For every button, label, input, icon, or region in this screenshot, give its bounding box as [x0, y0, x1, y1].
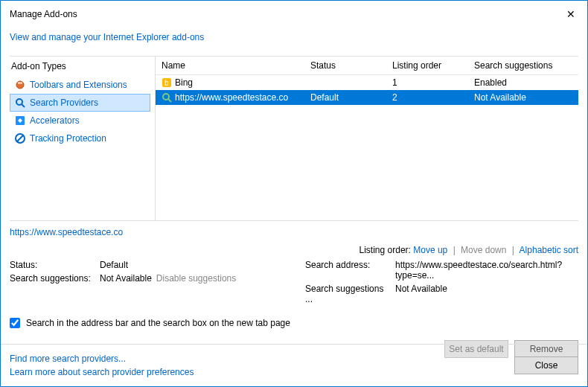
details-title: https://www.speedtestace.co: [10, 227, 578, 237]
cell-name: https://www.speedtestace.co: [175, 92, 288, 103]
suggestions-label: Search suggestions:: [10, 273, 95, 284]
search-in-address-bar-checkbox[interactable]: [10, 318, 20, 328]
sidebar-heading: Add-on Types: [10, 61, 150, 71]
move-down-link: Move down: [461, 245, 506, 255]
tracking-protection-icon: [15, 133, 25, 144]
svg-point-9: [163, 94, 169, 100]
cell-name: Bing: [175, 77, 193, 88]
close-icon[interactable]: ✕: [563, 8, 578, 20]
sidebar-item-search-providers[interactable]: Search Providers: [10, 94, 150, 112]
search-suggestions-addr-value: Not Available: [395, 284, 578, 304]
cell-order: 1: [389, 77, 471, 89]
learn-more-link[interactable]: Learn more about search provider prefere…: [10, 365, 194, 379]
move-up-link[interactable]: Move up: [413, 245, 447, 255]
col-name[interactable]: Name: [159, 59, 307, 72]
accelerator-icon: [15, 115, 25, 126]
svg-line-3: [22, 104, 25, 107]
alphabetic-sort-link[interactable]: Alphabetic sort: [520, 245, 578, 255]
col-listing-order[interactable]: Listing order: [389, 59, 471, 72]
svg-text:b: b: [164, 79, 169, 87]
search-address-label: Search address:: [305, 260, 391, 281]
search-suggestions-addr-label: Search suggestions ...: [305, 284, 391, 304]
disable-suggestions-link: Disable suggestions: [156, 273, 236, 284]
cell-order: 2: [389, 92, 471, 103]
search-address-value: https://www.speedtestace.co/search.html?…: [395, 260, 578, 281]
listing-order-label: Listing order:: [359, 245, 411, 255]
window-title: Manage Add-ons: [10, 9, 77, 19]
details-pane: https://www.speedtestace.co Listing orde…: [1, 221, 587, 304]
status-value: Default: [100, 260, 283, 270]
sidebar-item-accelerators[interactable]: Accelerators: [10, 112, 150, 129]
svg-line-10: [168, 99, 171, 102]
status-label: Status:: [10, 260, 95, 270]
col-search-suggestions[interactable]: Search suggestions: [471, 59, 575, 72]
svg-line-6: [17, 135, 23, 141]
sidebar-item-label: Toolbars and Extensions: [30, 80, 127, 90]
find-more-providers-link[interactable]: Find more search providers...: [10, 352, 194, 365]
sidebar-item-label: Search Providers: [30, 97, 98, 108]
provider-icon: b: [162, 77, 172, 88]
sidebar-item-tracking-protection[interactable]: Tracking Protection: [10, 129, 150, 147]
cell-status: [307, 82, 389, 83]
sidebar: Add-on Types Toolbars and Extensions Sea…: [10, 57, 150, 220]
table-row[interactable]: b Bing 1 Enabled: [156, 75, 578, 90]
toolbar-icon: [15, 80, 25, 90]
search-providers-table: Name Status Listing order Search suggest…: [155, 57, 578, 220]
svg-point-2: [16, 99, 22, 105]
checkbox-label: Search in the address bar and the search…: [26, 318, 290, 328]
col-status[interactable]: Status: [307, 59, 389, 72]
search-icon: [15, 97, 25, 108]
table-row[interactable]: https://www.speedtestace.co Default 2 No…: [156, 90, 578, 105]
manage-addons-link[interactable]: View and manage your Internet Explorer a…: [10, 32, 204, 42]
sidebar-item-label: Accelerators: [30, 115, 80, 126]
cell-sugg: Not Available: [471, 92, 575, 103]
close-button[interactable]: Close: [514, 356, 578, 374]
sidebar-item-label: Tracking Protection: [30, 133, 106, 144]
sidebar-item-toolbars[interactable]: Toolbars and Extensions: [10, 76, 150, 94]
cell-status: Default: [307, 92, 389, 103]
svg-rect-1: [18, 82, 22, 84]
cell-sugg: Enabled: [471, 77, 575, 89]
suggestions-value: Not AvailableDisable suggestions: [100, 273, 283, 284]
provider-icon: [162, 92, 172, 103]
